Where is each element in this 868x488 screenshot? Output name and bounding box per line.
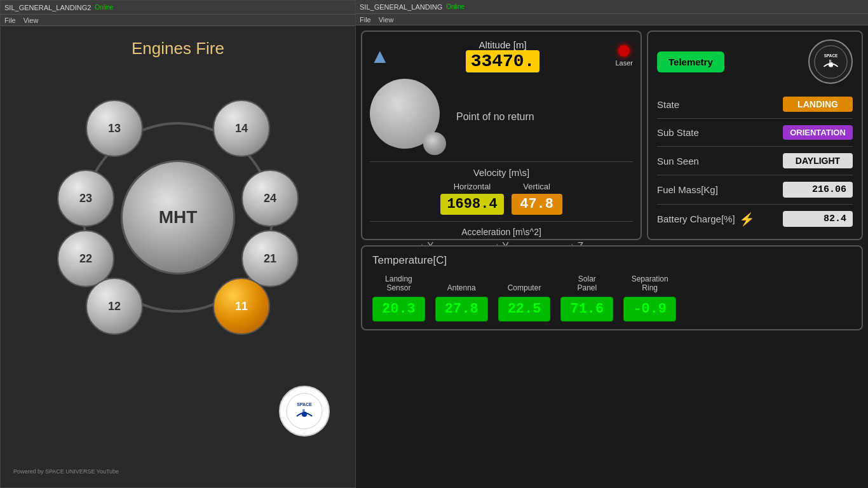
laser-label: Laser — [615, 59, 633, 67]
svg-text:SPACE: SPACE — [824, 53, 837, 58]
right-content: ▲ Altitude [m] 33470. Laser — [356, 25, 868, 488]
spaceil-logo-svg-right: SPACE IL — [813, 44, 848, 79]
engine-24[interactable]: 24 — [241, 170, 299, 227]
state-label: State — [657, 99, 679, 110]
velocity-title: Velocity [m\s] — [370, 167, 633, 178]
temperature-title: Temperature[C] — [372, 254, 851, 267]
divider-1 — [657, 118, 853, 119]
center-engine-circle: MHT — [121, 160, 235, 274]
substate-value: ORIENTATION — [783, 125, 853, 140]
temp-separation-ring-label: SeparationRing — [632, 274, 668, 293]
powered-by-text: Powered by SPACE UNIVERSE YouTube — [13, 468, 119, 475]
engine-11[interactable]: 11 — [213, 278, 270, 335]
engines-title: Engines Fire — [132, 39, 224, 58]
battery-charge-row: Battery Charge[%] ⚡ 82.4 — [657, 211, 853, 227]
laser-dot — [618, 45, 630, 57]
temp-solar-panel-label: SolarPanel — [577, 274, 597, 293]
temp-computer-value: 22.5 — [498, 297, 551, 322]
right-menu-view[interactable]: View — [379, 16, 394, 24]
spaceil-logo-left: SPACE IL — [279, 386, 330, 437]
battery-charge-label: Battery Charge[%] — [657, 214, 735, 224]
engine-14-label: 14 — [235, 122, 248, 135]
divider-4 — [657, 204, 853, 205]
engine-22-label: 22 — [79, 252, 92, 266]
engine-14[interactable]: 14 — [213, 100, 270, 157]
battery-icon: ⚡ — [739, 212, 755, 227]
moon-visual — [370, 79, 446, 155]
temp-landing-sensor-value: 20.3 — [372, 297, 425, 322]
center-engine-label: MHT — [159, 207, 198, 227]
status-rows: State LANDING Sub State ORIENTATION Sun … — [648, 92, 862, 239]
svg-text:SPACE: SPACE — [297, 402, 312, 407]
point-no-return-section: Point of no return — [370, 79, 633, 155]
top-section: ▲ Altitude [m] 33470. Laser — [361, 30, 863, 240]
temperature-section: Temperature[C] LandingSensor 20.3 Antenn… — [361, 245, 863, 330]
fuel-mass-value: 216.06 — [783, 182, 853, 198]
temp-landing-sensor-label: LandingSensor — [385, 274, 412, 293]
fuel-mass-label: Fuel Mass[Kg] — [657, 184, 718, 195]
left-menu-view[interactable]: View — [24, 17, 39, 24]
temp-separation-ring: SeparationRing -0.9 — [623, 274, 676, 322]
velocity-horizontal-label: Horizontal — [454, 182, 491, 191]
altitude-value: 33470. — [466, 50, 540, 72]
velocity-horizontal-value: 1698.4 — [440, 194, 503, 215]
telemetry-button[interactable]: Telemetry — [657, 51, 724, 72]
temp-solar-panel-value: 71.6 — [560, 297, 613, 322]
point-no-return-label: Point of no return — [456, 111, 534, 123]
left-menu-file[interactable]: File — [4, 17, 16, 24]
svg-point-7 — [828, 62, 832, 67]
left-menu-bar: File View — [1, 15, 355, 26]
fuel-mass-row: Fuel Mass[Kg] 216.06 — [657, 182, 853, 198]
sun-seen-label: Sun Seen — [657, 156, 699, 166]
engine-21-label: 21 — [264, 252, 276, 266]
sun-seen-value: DAYLIGHT — [783, 153, 853, 168]
temperature-grid: LandingSensor 20.3 Antenna 27.8 Computer… — [372, 274, 851, 322]
right-menu-file[interactable]: File — [360, 16, 371, 24]
engine-13-label: 13 — [108, 122, 121, 135]
engine-12[interactable]: 12 — [86, 278, 143, 335]
temp-antenna-value: 27.8 — [435, 297, 488, 322]
state-row: State LANDING — [657, 97, 853, 112]
sun-seen-row: Sun Seen DAYLIGHT — [657, 153, 853, 168]
temp-antenna-label: Antenna — [447, 283, 476, 292]
temp-antenna: Antenna 27.8 — [435, 283, 488, 321]
temp-solar-panel: SolarPanel 71.6 — [560, 274, 613, 322]
engine-diagram: MHT 13 14 23 24 22 21 12 11 — [44, 65, 311, 370]
velocity-vertical-value: 47.8 — [512, 194, 562, 215]
engine-23[interactable]: 23 — [57, 170, 114, 227]
velocity-vertical-item: Vertical 47.8 — [512, 182, 562, 215]
engine-24-label: 24 — [264, 192, 276, 205]
right-titlebar: SIL_GENERAL_LANDING Online — [356, 0, 868, 14]
divider-2 — [657, 146, 853, 147]
altitude-label: Altitude [m] — [479, 39, 527, 50]
spaceil-logo-right: SPACE IL — [808, 39, 853, 84]
acceleration-title: Acceleration [m\s^2] — [370, 227, 633, 237]
velocity-horizontal-item: Horizontal 1698.4 — [440, 182, 503, 215]
engine-13[interactable]: 13 — [86, 100, 143, 157]
divider-3 — [657, 175, 853, 175]
telemetry-main-panel: ▲ Altitude [m] 33470. Laser — [361, 30, 642, 240]
state-value: LANDING — [783, 97, 853, 112]
left-title-text: SIL_GENERAL_LANDING2 — [4, 4, 91, 11]
temp-landing-sensor: LandingSensor 20.3 — [372, 274, 425, 322]
battery-label-group: Battery Charge[%] ⚡ — [657, 212, 755, 227]
velocity-row: Horizontal 1698.4 Vertical 47.8 — [370, 182, 633, 215]
left-online-badge: Online — [95, 4, 113, 11]
battery-charge-value: 82.4 — [783, 211, 853, 227]
status-header: Telemetry SPACE IL — [648, 32, 862, 92]
left-panel: SIL_GENERAL_LANDING2 Online File View En… — [0, 0, 356, 488]
velocity-vertical-label: Vertical — [523, 182, 550, 191]
status-panel: Telemetry SPACE IL State — [647, 30, 863, 240]
engine-11-label: 11 — [235, 300, 248, 313]
left-titlebar: SIL_GENERAL_LANDING2 Online — [1, 1, 355, 15]
spacecraft-icon: ▲ — [370, 44, 390, 68]
velocity-section: Velocity [m\s] Horizontal 1698.4 Vertica… — [370, 161, 633, 215]
laser-indicator: Laser — [615, 45, 633, 67]
altitude-display: Altitude [m] 33470. — [466, 39, 540, 72]
temp-separation-ring-value: -0.9 — [623, 297, 676, 322]
right-title-text: SIL_GENERAL_LANDING — [360, 3, 442, 11]
temp-computer: Computer 22.5 — [498, 283, 551, 321]
substate-row: Sub State ORIENTATION — [657, 125, 853, 140]
altitude-row: ▲ Altitude [m] 33470. Laser — [370, 39, 633, 72]
right-online-badge: Online — [446, 3, 465, 10]
